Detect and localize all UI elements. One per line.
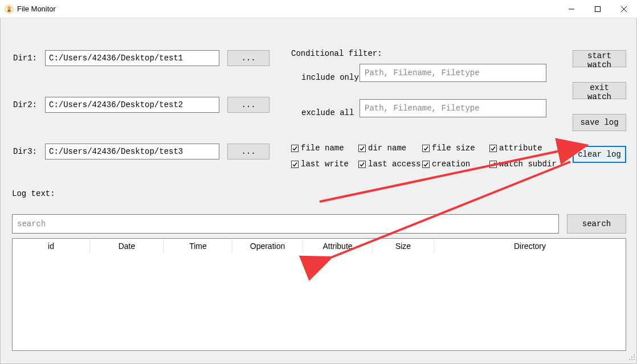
svg-point-12 (629, 359, 630, 360)
checkmark-icon (358, 145, 366, 152)
exclude-all-input[interactable] (360, 99, 546, 117)
checkmark-icon (489, 161, 497, 168)
svg-point-10 (631, 357, 632, 358)
checkmark-icon (358, 161, 366, 168)
resize-grip-icon[interactable] (627, 353, 635, 362)
window-title: File Monitor (17, 5, 56, 13)
table-header: id Date Time Operation Attribute Size Di… (13, 239, 626, 253)
dir2-input[interactable] (45, 97, 219, 113)
search-button[interactable]: search (567, 214, 626, 234)
start-watch-button[interactable]: start watch (573, 50, 626, 67)
exclude-all-label: exclude all (301, 108, 354, 117)
checkbox-label: watch subdir (499, 159, 557, 169)
dir3-browse-button[interactable]: ... (227, 144, 270, 159)
include-only-label: include only (301, 73, 359, 82)
log-table[interactable]: id Date Time Operation Attribute Size Di… (12, 238, 626, 351)
checkbox-attribute[interactable]: attribute (489, 144, 542, 153)
include-only-input[interactable] (360, 64, 546, 82)
svg-point-14 (634, 359, 635, 360)
column-directory[interactable]: Directory (434, 239, 626, 253)
title-bar: File Monitor (0, 0, 637, 18)
column-operation[interactable]: Operation (232, 239, 303, 253)
checkbox-label: attribute (499, 144, 542, 153)
column-size[interactable]: Size (373, 239, 434, 253)
checkmark-icon (291, 161, 299, 168)
svg-line-7 (320, 150, 562, 202)
minimize-button[interactable] (558, 0, 585, 18)
dir1-input[interactable] (45, 50, 219, 66)
dir3-input[interactable] (45, 144, 219, 159)
checkmark-icon (422, 145, 430, 152)
checkbox-file-name[interactable]: file name (291, 144, 344, 153)
checkmark-icon (422, 161, 430, 168)
svg-rect-4 (595, 6, 601, 11)
svg-rect-2 (7, 10, 11, 12)
svg-point-11 (634, 357, 635, 358)
conditional-filter-label: Conditional filter: (291, 49, 382, 58)
checkbox-dir-name[interactable]: dir name (358, 144, 406, 153)
column-id[interactable]: id (13, 239, 90, 253)
search-input[interactable] (12, 214, 559, 234)
log-text-label: Log text: (12, 189, 55, 198)
checkbox-last-access[interactable]: last access (358, 159, 420, 169)
column-time[interactable]: Time (164, 239, 232, 253)
dir1-browse-button[interactable]: ... (227, 50, 270, 66)
clear-log-button[interactable]: clear log (573, 146, 626, 163)
checkbox-watch-subdir[interactable]: watch subdir (489, 159, 557, 169)
checkmark-icon (291, 145, 299, 152)
exit-watch-button[interactable]: exit watch (573, 82, 626, 99)
checkbox-label: file name (301, 144, 344, 153)
dir2-label: Dir2: (13, 100, 37, 109)
svg-point-1 (7, 6, 11, 10)
checkbox-label: creation (432, 159, 470, 169)
checkbox-last-write[interactable]: last write (291, 159, 349, 169)
app-icon (5, 5, 14, 14)
checkbox-label: dir name (368, 144, 406, 153)
svg-point-9 (634, 354, 635, 355)
dir3-label: Dir3: (13, 147, 37, 156)
checkbox-label: last access (368, 159, 420, 169)
dir1-label: Dir1: (13, 54, 37, 63)
checkmark-icon (489, 145, 497, 152)
column-date[interactable]: Date (90, 239, 164, 253)
checkbox-label: file size (432, 144, 475, 153)
svg-point-13 (631, 359, 632, 360)
checkbox-file-size[interactable]: file size (422, 144, 475, 153)
save-log-button[interactable]: save log (573, 114, 626, 131)
column-attribute[interactable]: Attribute (303, 239, 373, 253)
dir2-browse-button[interactable]: ... (227, 97, 270, 113)
checkbox-creation[interactable]: creation (422, 159, 470, 169)
checkbox-label: last write (301, 159, 349, 169)
client-area: Dir1: ... Dir2: ... Dir3: ... Conditiona… (0, 18, 637, 364)
close-button[interactable] (611, 0, 637, 18)
maximize-button[interactable] (585, 0, 611, 18)
